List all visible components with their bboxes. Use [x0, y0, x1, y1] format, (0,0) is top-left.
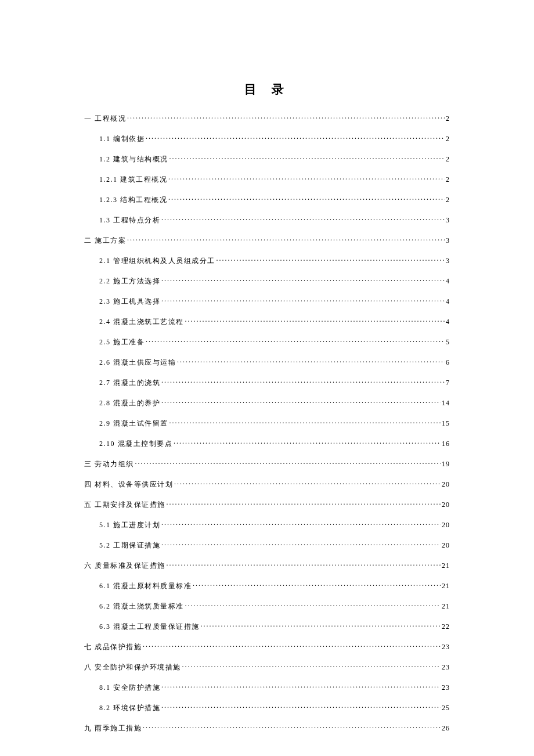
toc-entry-text: 2.6 混凝土供应与运输 — [99, 358, 176, 368]
toc-entry: 6.3 混凝土工程质量保证措施22 — [99, 622, 450, 632]
toc-entry-text: 2.4 混凝土浇筑工艺流程 — [99, 317, 184, 327]
toc-entry-page: 4 — [446, 297, 450, 306]
toc-entry-text: 2.5 施工准备 — [99, 337, 145, 347]
toc-entry: 2.7 混凝土的浇筑7 — [99, 378, 450, 388]
toc-container: 一 工程概况21.1 编制依据21.2 建筑与结构概况21.2.1 建筑工程概况… — [84, 114, 450, 733]
toc-entry: 九 雨季施工措施26 — [84, 723, 450, 733]
toc-entry-page: 20 — [442, 501, 450, 509]
toc-leader-dots — [143, 723, 441, 730]
toc-leader-dots — [185, 602, 441, 609]
toc-entry-page: 20 — [442, 541, 450, 550]
toc-entry-page: 2 — [446, 114, 450, 123]
toc-leader-dots — [193, 581, 441, 588]
toc-leader-dots — [161, 398, 441, 405]
toc-leader-dots — [217, 256, 445, 263]
toc-entry: 七 成品保护措施23 — [84, 642, 450, 652]
toc-entry-page: 21 — [442, 582, 450, 591]
toc-entry: 6.1 混凝土原材料质量标准21 — [99, 581, 450, 591]
toc-entry-page: 7 — [446, 379, 450, 387]
toc-leader-dots — [143, 642, 441, 649]
toc-entry-text: 6.1 混凝土原材料质量标准 — [99, 581, 192, 591]
toc-entry-page: 16 — [442, 440, 450, 448]
toc-entry-text: 1.2.3 结构工程概况 — [99, 195, 167, 205]
toc-leader-dots — [169, 419, 441, 426]
toc-leader-dots — [127, 236, 445, 243]
toc-entry-text: 八 安全防护和保护环境措施 — [84, 663, 181, 672]
toc-entry-text: 1.3 工程特点分析 — [99, 215, 160, 225]
toc-entry-text: 1.1 编制依据 — [99, 134, 145, 144]
toc-entry: 1.2 建筑与结构概况2 — [99, 154, 450, 164]
toc-leader-dots — [161, 520, 441, 527]
toc-leader-dots — [169, 154, 445, 161]
toc-entry-text: 6.3 混凝土工程质量保证措施 — [99, 622, 200, 632]
toc-entry: 2.5 施工准备5 — [99, 337, 450, 347]
toc-entry: 1.1 编制依据2 — [99, 134, 450, 144]
document-page: 目 录 一 工程概况21.1 编制依据21.2 建筑与结构概况21.2.1 建筑… — [0, 0, 534, 756]
toc-entry: 八 安全防护和保护环境措施23 — [84, 663, 450, 672]
toc-entry-text: 6.2 混凝土浇筑质量标准 — [99, 602, 184, 611]
toc-entry-text: 2.1 管理组织机构及人员组成分工 — [99, 256, 215, 266]
toc-leader-dots — [161, 276, 445, 283]
toc-entry-page: 25 — [442, 704, 450, 712]
toc-entry: 2.8 混凝土的养护14 — [99, 398, 450, 408]
toc-entry-text: 九 雨季施工措施 — [84, 723, 142, 733]
toc-leader-dots — [167, 500, 441, 507]
toc-entry: 8.2 环境保护措施25 — [99, 703, 450, 713]
toc-entry-page: 22 — [442, 622, 450, 631]
toc-leader-dots — [177, 358, 445, 365]
toc-entry: 三 劳动力组织19 — [84, 459, 450, 469]
toc-leader-dots — [161, 378, 445, 385]
toc-entry-text: 2.3 施工机具选择 — [99, 297, 160, 307]
toc-entry-text: 五 工期安排及保证措施 — [84, 500, 165, 510]
toc-leader-dots — [161, 683, 441, 690]
toc-entry-text: 三 劳动力组织 — [84, 459, 134, 469]
toc-entry-page: 6 — [446, 358, 450, 367]
toc-entry-page: 23 — [442, 663, 450, 672]
toc-entry-page: 19 — [442, 460, 450, 469]
toc-leader-dots — [201, 622, 441, 629]
toc-leader-dots — [168, 195, 445, 202]
toc-leader-dots — [161, 541, 441, 548]
toc-entry-page: 23 — [442, 643, 450, 651]
toc-entry-text: 二 施工方案 — [84, 236, 126, 246]
toc-entry-text: 5.1 施工进度计划 — [99, 520, 160, 530]
toc-entry: 六 质量标准及保证措施21 — [84, 561, 450, 571]
toc-entry: 2.3 施工机具选择4 — [99, 297, 450, 307]
toc-entry: 2.9 混凝土试件留置15 — [99, 419, 450, 429]
toc-leader-dots — [127, 114, 445, 121]
toc-entry: 1.2.1 建筑工程概况2 — [99, 175, 450, 185]
toc-entry-page: 2 — [446, 135, 450, 143]
toc-entry: 5.1 施工进度计划20 — [99, 520, 450, 530]
toc-leader-dots — [161, 215, 445, 222]
toc-entry: 一 工程概况2 — [84, 114, 450, 124]
toc-leader-dots — [174, 439, 441, 446]
toc-entry: 8.1 安全防护措施23 — [99, 683, 450, 693]
toc-entry-text: 2.8 混凝土的养护 — [99, 398, 160, 408]
toc-entry-text: 5.2 工期保证措施 — [99, 541, 160, 550]
toc-leader-dots — [168, 175, 445, 182]
toc-entry: 2.6 混凝土供应与运输6 — [99, 358, 450, 368]
toc-entry-page: 4 — [446, 277, 450, 286]
toc-title: 目 录 — [84, 81, 450, 98]
toc-entry-text: 一 工程概况 — [84, 114, 126, 124]
toc-leader-dots — [182, 663, 441, 669]
toc-entry-page: 21 — [442, 602, 450, 611]
toc-leader-dots — [174, 480, 441, 487]
toc-entry-page: 2 — [446, 175, 450, 184]
toc-entry-page: 2 — [446, 155, 450, 164]
toc-entry: 2.10 混凝土控制要点16 — [99, 439, 450, 449]
toc-entry-text: 2.9 混凝土试件留置 — [99, 419, 168, 429]
toc-entry: 2.4 混凝土浇筑工艺流程4 — [99, 317, 450, 327]
toc-entry-text: 七 成品保护措施 — [84, 642, 142, 652]
toc-entry-page: 14 — [442, 399, 450, 408]
toc-leader-dots — [135, 459, 441, 466]
toc-entry-text: 2.10 混凝土控制要点 — [99, 439, 172, 449]
toc-entry-text: 2.7 混凝土的浇筑 — [99, 378, 160, 388]
toc-entry-page: 4 — [446, 318, 450, 326]
toc-entry-text: 8.1 安全防护措施 — [99, 683, 160, 693]
toc-entry-text: 8.2 环境保护措施 — [99, 703, 160, 713]
toc-entry-page: 2 — [446, 196, 450, 204]
toc-leader-dots — [167, 561, 441, 568]
toc-entry-page: 20 — [442, 480, 450, 489]
toc-entry-page: 21 — [442, 561, 450, 570]
